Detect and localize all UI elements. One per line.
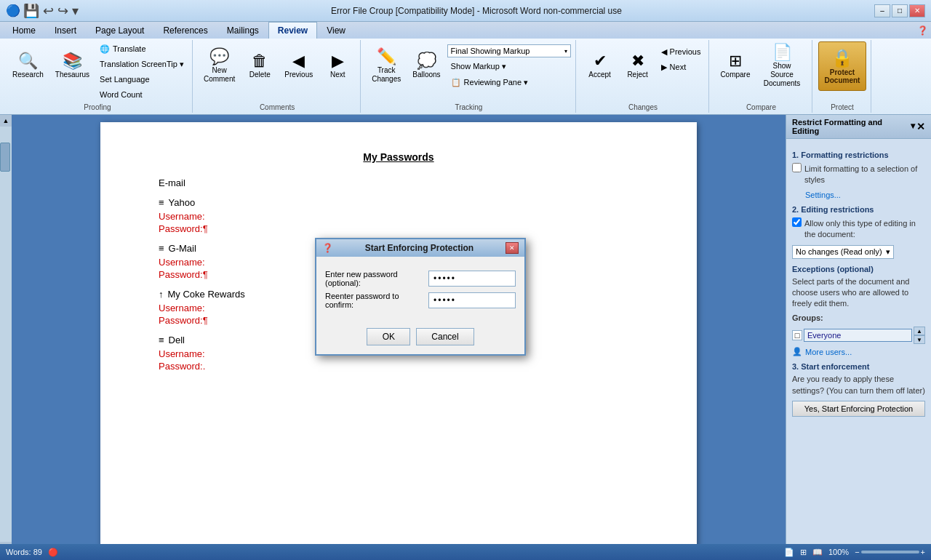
- previous-change-button[interactable]: ◀ Previous: [658, 44, 705, 59]
- main-area: ▲ ▼ My Passwords E-mail ≡ Yahoo Username…: [0, 115, 931, 553]
- panel-dropdown-icon[interactable]: ▾: [911, 121, 915, 132]
- cancel-button[interactable]: Cancel: [416, 328, 474, 345]
- prev-comment-icon: ◀: [292, 53, 305, 69]
- final-showing-dropdown[interactable]: Final Showing Markup ▾: [447, 44, 571, 57]
- zoom-slider[interactable]: − +: [855, 548, 925, 556]
- zoom-plus[interactable]: +: [921, 548, 925, 556]
- scroll-up-arrow[interactable]: ▲: [0, 115, 12, 127]
- confirm-input[interactable]: [428, 292, 516, 308]
- tab-view[interactable]: View: [317, 22, 355, 39]
- more-users-link[interactable]: More users...: [805, 348, 852, 356]
- word-count-button[interactable]: Word Count: [96, 87, 188, 102]
- scroll-thumb[interactable]: [0, 143, 10, 172]
- protect-content: 🔒 ProtectDocument: [818, 41, 867, 102]
- everyone-checkbox[interactable]: □: [792, 330, 802, 340]
- status-right: 📄 ⊞ 📖 100% − +: [784, 548, 925, 557]
- reject-button[interactable]: ✖ Reject: [620, 41, 656, 91]
- tracking-content: ✏️ TrackChanges 💭 Balloons Final Showing…: [367, 41, 570, 102]
- confirm-label: Reenter password to confirm:: [325, 292, 423, 309]
- compare-icon: ⊞: [729, 53, 742, 69]
- limit-formatting-label: Limit formatting to a selection of style…: [804, 164, 925, 186]
- reviewing-pane-button[interactable]: 📋 Reviewing Pane ▾: [447, 75, 571, 89]
- translate-button[interactable]: 🌐 Translate: [96, 41, 188, 56]
- tab-review[interactable]: Review: [268, 22, 317, 39]
- allow-editing-checkbox[interactable]: [792, 217, 802, 227]
- track-changes-icon: ✏️: [377, 49, 396, 65]
- changes-content: ✔ Accept ✖ Reject ◀ Previous ▶ Next: [582, 41, 705, 102]
- help-icon[interactable]: ❓: [917, 22, 928, 39]
- edit-type-dropdown[interactable]: No changes (Read only) ▾: [792, 245, 894, 259]
- everyone-row: □ ▲ ▼: [792, 327, 925, 344]
- section3-title: 3. Start enforcement: [792, 362, 925, 371]
- show-markup-button[interactable]: Show Markup ▾: [447, 59, 571, 73]
- balloons-label: Balloons: [412, 71, 440, 79]
- editing-restrictions-section: 2. Editing restrictions Allow only this …: [792, 205, 925, 356]
- reviewing-pane-label: Reviewing Pane ▾: [464, 78, 529, 87]
- comments-content: 💬 NewComment 🗑 Delete ◀ Previous ▶ Next: [199, 41, 356, 102]
- protect-document-button[interactable]: 🔒 ProtectDocument: [818, 41, 867, 91]
- set-language-label: Set Language: [100, 75, 150, 84]
- protect-icon: 🔒: [831, 48, 853, 68]
- ribbon-tabs: Home Insert Page Layout References Maili…: [0, 22, 931, 39]
- track-changes-button[interactable]: ✏️ TrackChanges: [367, 41, 406, 91]
- password-row: Enter new password (optional):: [325, 270, 516, 287]
- limit-formatting-checkbox[interactable]: [792, 163, 802, 172]
- zoom-label: 100%: [828, 548, 849, 556]
- tracking-label: Tracking: [367, 103, 570, 111]
- error-icon: 🔴: [48, 548, 58, 557]
- delete-icon: 🗑: [252, 53, 268, 69]
- balloons-button[interactable]: 💭 Balloons: [407, 41, 445, 91]
- thesaurus-icon: 📚: [63, 53, 82, 69]
- password-input[interactable]: [428, 271, 516, 287]
- proofing-label: Proofing: [7, 103, 188, 111]
- more-users-row: 👤 More users...: [792, 347, 925, 356]
- scroll-track: [0, 127, 12, 542]
- dialog-close-button[interactable]: ✕: [506, 242, 519, 254]
- everyone-input[interactable]: [804, 329, 912, 342]
- maximize-button[interactable]: □: [892, 4, 908, 17]
- accept-button[interactable]: ✔ Accept: [582, 41, 618, 91]
- thesaurus-button[interactable]: 📚 Thesaurus: [50, 41, 95, 91]
- ok-button[interactable]: OK: [367, 328, 410, 345]
- tab-insert[interactable]: Insert: [45, 22, 86, 39]
- tab-page-layout[interactable]: Page Layout: [86, 22, 153, 39]
- settings-link[interactable]: Settings...: [805, 191, 841, 199]
- set-language-button[interactable]: Set Language: [96, 72, 188, 87]
- section1-title: 1. Formatting restrictions: [792, 151, 925, 159]
- show-source-button[interactable]: 📄 Show SourceDocuments: [757, 41, 807, 91]
- enforcing-protection-dialog: ❓ Start Enforcing Protection ✕ Enter new…: [315, 238, 526, 356]
- translate-icon: 🌐: [100, 44, 110, 54]
- tab-mailings[interactable]: Mailings: [217, 22, 268, 39]
- next-comment-button[interactable]: ▶ Next: [319, 41, 356, 91]
- next-change-button[interactable]: ▶ Next: [658, 60, 705, 74]
- compare-content: ⊞ Compare 📄 Show SourceDocuments: [715, 41, 807, 102]
- yes-start-enforcing-button[interactable]: Yes, Start Enforcing Protection: [792, 401, 925, 417]
- panel-title: Restrict Formatting and Editing: [792, 118, 911, 135]
- delete-comment-button[interactable]: 🗑 Delete: [241, 41, 278, 91]
- tab-references[interactable]: References: [153, 22, 217, 39]
- dialog-title-bar: ❓ Start Enforcing Protection ✕: [316, 239, 524, 257]
- research-button[interactable]: 🔍 Research: [7, 41, 49, 91]
- more-users-icon: 👤: [792, 347, 802, 356]
- exceptions-title: Exceptions (optional): [792, 265, 925, 273]
- translation-screentip-button[interactable]: Translation ScreenTip ▾: [96, 57, 188, 71]
- dialog-controls: ✕: [506, 242, 519, 254]
- group-protect: 🔒 ProtectDocument Protect: [814, 40, 872, 113]
- group-scroll-up[interactable]: ▲: [914, 327, 925, 335]
- next-label: Next: [670, 63, 687, 71]
- zoom-minus[interactable]: −: [855, 548, 859, 556]
- new-comment-button[interactable]: 💬 NewComment: [199, 41, 240, 91]
- compare-button[interactable]: ⊞ Compare: [715, 41, 755, 91]
- document-area: ▲ ▼ My Passwords E-mail ≡ Yahoo Username…: [0, 115, 786, 553]
- previous-comment-button[interactable]: ◀ Previous: [279, 41, 318, 91]
- close-button[interactable]: ✕: [909, 4, 925, 17]
- zoom-track: [861, 551, 919, 553]
- tab-home[interactable]: Home: [3, 22, 45, 39]
- panel-close-icon[interactable]: ✕: [916, 121, 925, 132]
- document-page: My Passwords E-mail ≡ Yahoo Username: Pa…: [100, 122, 697, 553]
- minimize-button[interactable]: –: [874, 4, 890, 17]
- show-source-icon: 📄: [772, 44, 792, 60]
- allow-editing-row: Allow only this type of editing in the d…: [792, 217, 925, 242]
- group-scroll-down[interactable]: ▼: [914, 335, 925, 344]
- word-count-label: Word Count: [100, 90, 143, 99]
